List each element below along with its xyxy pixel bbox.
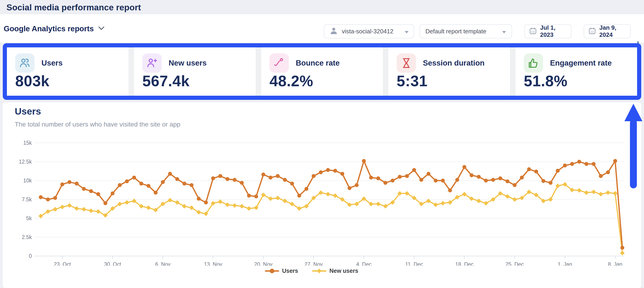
legend-marker-icon [312, 269, 326, 274]
bounce-icon [270, 53, 289, 73]
date-to-label: Jan 9, 2024 [599, 24, 626, 38]
avatar-icon [329, 26, 338, 36]
chart-legend: UsersNew users [3, 268, 620, 274]
caret-down-icon [502, 30, 506, 32]
svg-text:7.5k: 7.5k [22, 196, 32, 202]
highlight-up-arrow [623, 103, 644, 190]
kpi-value: 5:31 [397, 72, 428, 90]
report-type-label: Google Analytics reports [4, 24, 94, 33]
svg-text:20. Nov: 20. Nov [254, 261, 273, 266]
page-title: Social media performance report [6, 0, 141, 14]
chart-title: Users [15, 106, 41, 117]
kpi-label: Bounce rate [296, 53, 340, 73]
chart-subtitle: The total number of users who have visit… [15, 121, 180, 128]
svg-text:25. Dec: 25. Dec [506, 261, 524, 266]
svg-text:4. Dec: 4. Dec [356, 261, 372, 266]
svg-text:15k: 15k [23, 140, 32, 146]
calendar-icon [588, 27, 596, 36]
svg-text:12.5k: 12.5k [19, 159, 32, 165]
person-add-icon [142, 53, 162, 73]
legend-item-new-users[interactable]: New users [312, 268, 358, 274]
toolbar: Google Analytics reports vista-social-32… [0, 14, 644, 43]
kpi-value: 567.4k [142, 72, 190, 90]
svg-text:1. Jan: 1. Jan [558, 261, 572, 266]
kpi-card-session-duration: Session duration 5:31 [388, 47, 510, 96]
date-from-label: Jul 1, 2023 [540, 24, 567, 38]
hourglass-icon [397, 53, 416, 73]
caret-down-icon [405, 30, 408, 32]
template-select[interactable]: Default report template [420, 24, 512, 38]
date-to-picker[interactable]: Jan 9, 2024 [584, 24, 631, 38]
kpi-value: 51.8% [524, 72, 568, 90]
svg-text:6. Nov: 6. Nov [155, 261, 171, 266]
kpi-label: Session duration [423, 53, 484, 73]
legend-marker-icon [265, 269, 280, 274]
users-line-chart: 15k12.5k10k7.5k5k2.5k023. Oct30. Oct6. N… [16, 137, 634, 266]
legend-item-users[interactable]: Users [265, 268, 298, 274]
template-label: Default report template [426, 28, 502, 35]
kpi-label: Engagement rate [550, 53, 612, 73]
profile-select[interactable]: vista-social-320412 [324, 24, 414, 38]
legend-label: Users [282, 268, 298, 274]
svg-text:10k: 10k [23, 178, 32, 184]
svg-text:23. Oct: 23. Oct [54, 261, 71, 266]
top-header-bar: Social media performance report [0, 0, 644, 14]
svg-text:11. Dec: 11. Dec [405, 261, 423, 266]
users-chart-card: Users The total number of users who have… [3, 102, 641, 288]
kpi-value: 803k [15, 72, 50, 90]
svg-text:2.5k: 2.5k [22, 234, 32, 240]
svg-text:18. Dec: 18. Dec [455, 261, 474, 266]
kpi-card-new-users: New users 567.4k [134, 47, 256, 96]
kpi-card-engagement-rate: Engagement rate 51.8% [516, 47, 637, 96]
kpi-summary-row: Users 803k New users 567.4k Bounce rate … [3, 43, 641, 100]
thumbs-up-icon [524, 53, 543, 73]
chevron-down-icon [98, 26, 104, 31]
kpi-card-bounce-rate: Bounce rate 48.2% [261, 47, 383, 96]
legend-label: New users [329, 268, 358, 274]
kpi-label: New users [168, 53, 206, 73]
svg-text:27. Nov: 27. Nov [304, 261, 323, 266]
profile-label: vista-social-320412 [342, 28, 401, 35]
kpi-value: 48.2% [270, 72, 313, 90]
date-from-picker[interactable]: Jul 1, 2023 [524, 24, 572, 38]
kpi-card-users: Users 803k [7, 47, 128, 96]
svg-text:30. Oct: 30. Oct [104, 261, 122, 266]
svg-text:5k: 5k [26, 215, 32, 221]
users-icon [15, 53, 34, 73]
svg-text:0: 0 [29, 253, 32, 259]
report-type-select[interactable]: Google Analytics reports [4, 22, 104, 36]
svg-text:8. Jan: 8. Jan [608, 261, 622, 266]
svg-text:13. Nov: 13. Nov [204, 261, 222, 266]
kpi-label: Users [42, 53, 63, 73]
calendar-icon [529, 27, 537, 36]
